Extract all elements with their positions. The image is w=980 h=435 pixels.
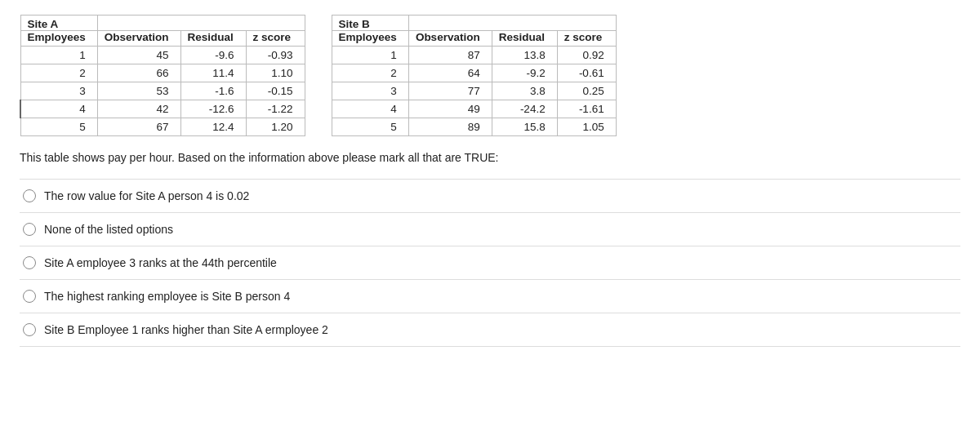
option-checkbox-1[interactable]	[23, 223, 36, 236]
site-a-zscore: 1.10	[246, 64, 305, 82]
option-item[interactable]: Site A employee 3 ranks at the 44th perc…	[20, 246, 960, 280]
site-b-row: 2 64 -9.2 -0.61	[332, 64, 616, 82]
site-b-residual: 15.8	[492, 118, 557, 136]
option-item[interactable]: The highest ranking employee is Site B p…	[20, 280, 960, 313]
site-a-col-employees: Employees	[20, 31, 97, 47]
site-a-employees: 2	[20, 64, 97, 82]
site-a-col-zscore: z score	[246, 31, 305, 47]
site-a-row: 5 67 12.4 1.20	[20, 118, 305, 136]
site-a-observation: 66	[97, 64, 180, 82]
option-checkbox-0[interactable]	[23, 189, 36, 202]
site-b-col-residual: Residual	[492, 31, 557, 47]
site-a-residual: -12.6	[180, 100, 246, 118]
site-a-employees: 1	[20, 47, 97, 64]
site-a-zscore: -1.22	[246, 100, 305, 118]
site-b-observation: 49	[408, 100, 492, 118]
site-b-row: 5 89 15.8 1.05	[332, 118, 616, 136]
site-a-residual: 11.4	[180, 64, 246, 82]
option-label-3: The highest ranking employee is Site B p…	[44, 290, 290, 303]
site-b-employees: 4	[332, 100, 408, 118]
site-a-zscore: -0.15	[246, 82, 305, 100]
site-b-zscore: -0.61	[557, 64, 616, 82]
site-a-row: 2 66 11.4 1.10	[20, 64, 305, 82]
site-a-observation: 53	[97, 82, 180, 100]
site-b-row: 3 77 3.8 0.25	[332, 82, 616, 100]
site-b-title: Site B	[332, 16, 408, 31]
option-checkbox-2[interactable]	[23, 256, 36, 269]
description-text: This table shows pay per hour. Based on …	[20, 151, 960, 164]
site-b-col-observation: Observation	[408, 31, 492, 47]
site-a-employees: 5	[20, 118, 97, 136]
site-b-zscore: -1.61	[557, 100, 616, 118]
site-b-employees: 1	[332, 47, 408, 64]
site-b-zscore: 0.25	[557, 82, 616, 100]
site-a-observation: 42	[97, 100, 180, 118]
site-a-col-observation: Observation	[97, 31, 180, 47]
site-a-row: 4 42 -12.6 -1.22	[20, 100, 305, 118]
site-b-zscore: 1.05	[557, 118, 616, 136]
site-a-row: 1 45 -9.6 -0.93	[20, 47, 305, 64]
option-checkbox-4[interactable]	[23, 323, 36, 336]
site-b-residual: -9.2	[492, 64, 557, 82]
option-label-4: Site B Employee 1 ranks higher than Site…	[44, 323, 328, 336]
site-b-residual: 3.8	[492, 82, 557, 100]
option-label-0: The row value for Site A person 4 is 0.0…	[44, 189, 249, 202]
site-b-row: 1 87 13.8 0.92	[332, 47, 616, 64]
site-b-observation: 64	[408, 64, 492, 82]
site-b-employees: 2	[332, 64, 408, 82]
site-a-residual: 12.4	[180, 118, 246, 136]
option-item[interactable]: The row value for Site A person 4 is 0.0…	[20, 179, 960, 213]
site-b-observation: 87	[408, 47, 492, 64]
site-b-observation: 77	[408, 82, 492, 100]
site-b-row: 4 49 -24.2 -1.61	[332, 100, 616, 118]
site-a-table: Site A Employees Observation Residual z …	[20, 15, 305, 136]
site-a-zscore: -0.93	[246, 47, 305, 64]
site-a-title: Site A	[20, 16, 97, 31]
site-b-residual: -24.2	[492, 100, 557, 118]
site-b-residual: 13.8	[492, 47, 557, 64]
site-a-zscore: 1.20	[246, 118, 305, 136]
option-label-1: None of the listed options	[44, 223, 173, 236]
site-a-employees: 3	[20, 82, 97, 100]
site-b-col-employees: Employees	[332, 31, 408, 47]
site-b-observation: 89	[408, 118, 492, 136]
options-list: The row value for Site A person 4 is 0.0…	[20, 179, 960, 347]
site-b-zscore: 0.92	[557, 47, 616, 64]
site-a-observation: 45	[97, 47, 180, 64]
site-b-table: Site B Employees Observation Residual z …	[332, 15, 617, 136]
site-a-row: 3 53 -1.6 -0.15	[20, 82, 305, 100]
site-a-residual: -1.6	[180, 82, 246, 100]
site-b-employees: 5	[332, 118, 408, 136]
site-a-residual: -9.6	[180, 47, 246, 64]
option-item[interactable]: Site B Employee 1 ranks higher than Site…	[20, 313, 960, 347]
data-tables: Site A Employees Observation Residual z …	[20, 15, 960, 136]
option-item[interactable]: None of the listed options	[20, 213, 960, 246]
option-label-2: Site A employee 3 ranks at the 44th perc…	[44, 256, 277, 269]
site-a-col-residual: Residual	[180, 31, 246, 47]
site-b-employees: 3	[332, 82, 408, 100]
site-b-col-zscore: z score	[557, 31, 616, 47]
site-a-employees: 4	[20, 100, 97, 118]
site-a-observation: 67	[97, 118, 180, 136]
option-checkbox-3[interactable]	[23, 290, 36, 303]
